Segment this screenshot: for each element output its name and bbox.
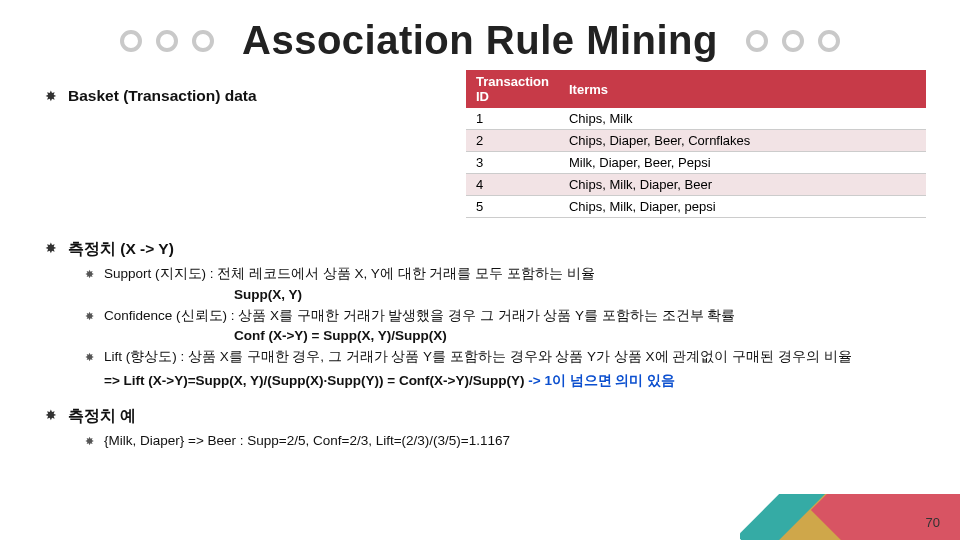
table-row: 3 Milk, Diaper, Beer, Pepsi — [466, 152, 926, 174]
table-header-id: Transaction ID — [466, 70, 559, 108]
lift-line: Lift (향상도) : 상품 X를 구매한 경우, 그 거래가 상품 Y를 포… — [82, 347, 924, 368]
confidence-line: Confidence (신뢰도) : 상품 X를 구매한 거래가 발생했을 경우… — [82, 306, 924, 327]
cell-items: Chips, Diaper, Beer, Cornflakes — [559, 130, 926, 152]
measure-section: 측정치 (X -> Y) Support (지지도) : 전체 레코드에서 상품… — [44, 239, 924, 391]
bullet-icon — [44, 406, 58, 426]
table-row: 1 Chips, Milk — [466, 108, 926, 130]
support-formula: Supp(X, Y) — [234, 287, 924, 302]
transactions-table: Transaction ID Iterms 1 Chips, Milk 2 Ch… — [466, 70, 926, 218]
bullet-icon — [44, 87, 58, 107]
ring-icon — [120, 30, 142, 52]
support-text: Support (지지도) : 전체 레코드에서 상품 X, Y에 대한 거래를… — [104, 264, 595, 285]
lift-text: Lift (향상도) : 상품 X를 구매한 경우, 그 거래가 상품 Y를 포… — [104, 347, 852, 368]
example-heading-row: 측정치 예 — [44, 406, 924, 427]
sub-bullet-icon — [82, 347, 96, 368]
transactions-table-wrap: Transaction ID Iterms 1 Chips, Milk 2 Ch… — [466, 70, 926, 218]
lift-formula-prefix: => Lift (X->Y)=Supp(X, Y)/(Supp(X)·Supp(… — [104, 373, 528, 388]
cell-id: 1 — [466, 108, 559, 130]
example-line: {Milk, Diaper} => Beer : Supp=2/5, Conf=… — [82, 431, 924, 452]
table-header-items: Iterms — [559, 70, 926, 108]
slide: Association Rule Mining Transaction ID I… — [0, 0, 960, 540]
cell-id: 3 — [466, 152, 559, 174]
ring-icon — [818, 30, 840, 52]
lift-formula: => Lift (X->Y)=Supp(X, Y)/(Supp(X)·Supp(… — [104, 372, 924, 390]
ring-icon — [192, 30, 214, 52]
title-row: Association Rule Mining — [0, 0, 960, 63]
measure-heading-row: 측정치 (X -> Y) — [44, 239, 924, 260]
confidence-text: Confidence (신뢰도) : 상품 X를 구매한 거래가 발생했을 경우… — [104, 306, 735, 327]
measure-heading: 측정치 (X -> Y) — [68, 239, 174, 260]
lift-formula-suffix: -> 1이 넘으면 의미 있음 — [528, 373, 675, 388]
example-heading: 측정치 예 — [68, 406, 136, 427]
ring-icon — [156, 30, 178, 52]
cell-id: 4 — [466, 174, 559, 196]
bullet-icon — [44, 239, 58, 259]
cell-id: 2 — [466, 130, 559, 152]
sub-bullet-icon — [82, 431, 96, 452]
ring-icon — [782, 30, 804, 52]
confidence-formula: Conf (X->Y) = Supp(X, Y)/Supp(X) — [234, 328, 924, 343]
cell-items: Chips, Milk, Diaper, Beer — [559, 174, 926, 196]
example-text: {Milk, Diaper} => Beer : Supp=2/5, Conf=… — [104, 431, 510, 452]
rings-right — [746, 30, 840, 52]
table-row: 4 Chips, Milk, Diaper, Beer — [466, 174, 926, 196]
support-line: Support (지지도) : 전체 레코드에서 상품 X, Y에 대한 거래를… — [82, 264, 924, 285]
table-row: 5 Chips, Milk, Diaper, pepsi — [466, 196, 926, 218]
page-title: Association Rule Mining — [242, 18, 718, 63]
rings-left — [120, 30, 214, 52]
cell-items: Chips, Milk — [559, 108, 926, 130]
cell-items: Chips, Milk, Diaper, pepsi — [559, 196, 926, 218]
cell-id: 5 — [466, 196, 559, 218]
ring-icon — [746, 30, 768, 52]
page-number: 70 — [926, 515, 940, 530]
table-row: 2 Chips, Diaper, Beer, Cornflakes — [466, 130, 926, 152]
sub-bullet-icon — [82, 264, 96, 285]
sub-bullet-icon — [82, 306, 96, 327]
cell-items: Milk, Diaper, Beer, Pepsi — [559, 152, 926, 174]
basket-heading: Basket (Transaction) data — [68, 87, 257, 105]
